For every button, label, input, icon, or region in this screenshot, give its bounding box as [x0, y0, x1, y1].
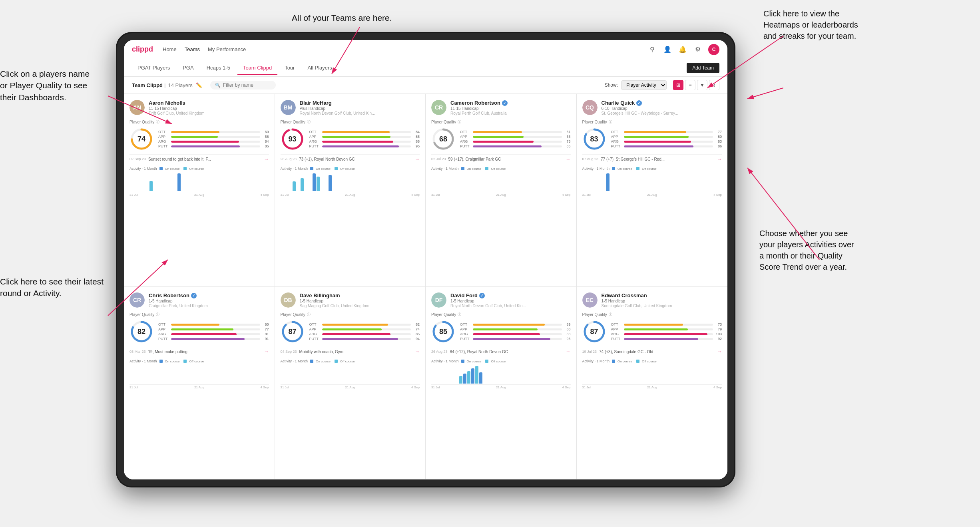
- latest-activity-row[interactable]: 26 Aug 23 84 (+12), Royal North Devon GC…: [431, 347, 571, 356]
- quality-circle[interactable]: 87: [582, 320, 606, 344]
- grid-view-icon[interactable]: ⊞: [673, 80, 683, 90]
- player-name[interactable]: Chris Robertson ✓: [149, 292, 269, 298]
- stat-value: 92: [715, 337, 722, 341]
- show-select[interactable]: Player Activity: [621, 80, 667, 90]
- stat-row: PUTT 92: [611, 337, 722, 341]
- quality-circle[interactable]: 87: [281, 320, 305, 344]
- player-name[interactable]: Edward Crossman: [602, 292, 722, 298]
- tab-tour[interactable]: Tour: [279, 62, 300, 75]
- quality-circle[interactable]: 68: [431, 127, 455, 151]
- chart-bar: [313, 173, 316, 191]
- player-card[interactable]: EC Edward Crossman 1-5 Handicap Sunningd…: [577, 287, 728, 479]
- player-handicap: 1-5 Handicap: [300, 299, 420, 303]
- quality-section[interactable]: 93 OTT 84 APP 85 ARG 88 PUTT 95: [281, 127, 420, 151]
- latest-activity-row[interactable]: 19 Jul 23 74 (+3), Sunningdale GC - Old …: [582, 347, 722, 356]
- latest-activity-row[interactable]: 03 Mar 23 19, Must make putting →: [129, 347, 269, 356]
- activity-arrow[interactable]: →: [415, 349, 420, 354]
- quality-circle[interactable]: 85: [431, 320, 455, 344]
- activity-arrow[interactable]: →: [717, 349, 722, 354]
- player-card[interactable]: DF David Ford ✓ 1-5 Handicap Royal North…: [426, 287, 577, 479]
- stat-value: 80: [564, 327, 571, 331]
- quality-section[interactable]: 68 OTT 61 APP 63 ARG 75 PUTT 85: [431, 127, 571, 151]
- nav-teams[interactable]: Teams: [185, 45, 200, 54]
- quality-label: Player Quality ⓘ: [129, 312, 269, 317]
- latest-activity-row[interactable]: 02 Jul 23 59 (+17), Craigmillar Park GC …: [431, 154, 571, 163]
- nav-my-performance[interactable]: My Performance: [208, 45, 246, 54]
- chart-label-mid: 21 Aug: [194, 386, 204, 389]
- stat-track: [171, 338, 260, 340]
- player-name[interactable]: Aaron Nicholls: [149, 100, 269, 106]
- quality-section[interactable]: 87 OTT 82 APP 74 ARG 85 PUTT 94: [281, 320, 420, 344]
- player-card[interactable]: CQ Charlie Quick ✓ 6-10 Handicap St. Geo…: [577, 94, 728, 287]
- latest-activity-row[interactable]: 04 Sep 23 Mobility with coach, Gym →: [281, 347, 420, 356]
- stat-row: APP 63: [460, 135, 571, 139]
- player-name[interactable]: Dave Billingham: [300, 292, 420, 298]
- add-team-button[interactable]: Add Team: [687, 63, 719, 73]
- quality-bars: OTT 73 APP 79 ARG 103 PUTT 92: [611, 322, 722, 341]
- quality-circle[interactable]: 83: [582, 127, 606, 151]
- player-club: Sunningdale Golf Club, United Kingdom: [602, 304, 722, 308]
- tab-all-players[interactable]: All Players: [302, 62, 337, 75]
- search-icon[interactable]: ⚲: [647, 45, 657, 54]
- quality-section[interactable]: 85 OTT 89 APP 80 ARG 83 PUTT 96: [431, 320, 571, 344]
- quality-section[interactable]: 82 OTT 60 APP 77 ARG 81 PUTT 91: [129, 320, 269, 344]
- stat-label: OTT: [460, 322, 471, 326]
- team-search-box[interactable]: 🔍: [210, 81, 276, 89]
- tab-hcaps[interactable]: Hcaps 1-5: [201, 62, 236, 75]
- activity-arrow[interactable]: →: [566, 156, 571, 162]
- player-card[interactable]: AN Aaron Nicholls 11-15 Handicap Drift G…: [124, 94, 275, 287]
- stat-row: PUTT 96: [460, 337, 571, 341]
- latest-activity-row[interactable]: 07 Aug 23 77 (+7), St George's Hill GC -…: [582, 154, 722, 163]
- chart-label-end: 4 Sep: [411, 193, 420, 197]
- settings-icon[interactable]: ⚙: [693, 45, 703, 54]
- quality-section[interactable]: 83 OTT 77 APP 80 ARG 83 PUTT 86: [582, 127, 722, 151]
- activity-arrow[interactable]: →: [264, 156, 269, 162]
- search-input[interactable]: [223, 82, 271, 88]
- person-icon[interactable]: 👤: [663, 45, 672, 54]
- quality-circle[interactable]: 82: [129, 320, 153, 344]
- activity-arrow[interactable]: →: [717, 156, 722, 162]
- player-name[interactable]: David Ford ✓: [450, 292, 571, 298]
- sort-icon[interactable]: ↕: [709, 80, 719, 90]
- latest-activity-row[interactable]: 02 Sep 23 Sunset round to get back into …: [129, 154, 269, 163]
- off-course-legend: [335, 167, 338, 170]
- stat-track: [624, 328, 713, 330]
- quality-bars: OTT 61 APP 63 ARG 75 PUTT 85: [460, 130, 571, 148]
- filter-icon[interactable]: ▼: [697, 80, 707, 90]
- stat-fill: [473, 131, 522, 133]
- tab-pgat-players[interactable]: PGAT Players: [132, 62, 175, 75]
- activity-arrow[interactable]: →: [415, 156, 420, 162]
- quality-section[interactable]: 87 OTT 73 APP 79 ARG 103 PUTT 9: [582, 320, 722, 344]
- activity-arrow[interactable]: →: [566, 349, 571, 354]
- bell-icon[interactable]: 🔔: [678, 45, 687, 54]
- team-edit-icon[interactable]: ✏️: [196, 82, 202, 88]
- quality-section[interactable]: 74 OTT 60 APP 58 ARG 84 PUTT 85: [129, 127, 269, 151]
- player-info: Aaron Nicholls 11-15 Handicap Drift Golf…: [149, 100, 269, 115]
- quality-circle[interactable]: 74: [129, 127, 153, 151]
- nav-home[interactable]: Home: [163, 45, 177, 54]
- stat-value: 85: [412, 332, 420, 336]
- stat-value: 85: [262, 144, 269, 148]
- stat-fill: [171, 324, 219, 326]
- player-name[interactable]: Blair McHarg: [300, 100, 420, 106]
- player-card[interactable]: BM Blair McHarg Plus Handicap Royal Nort…: [275, 94, 426, 287]
- stat-fill: [624, 145, 694, 147]
- player-name[interactable]: Cameron Robertson ✓: [450, 100, 571, 106]
- tab-team-clippd[interactable]: Team Clippd: [237, 62, 277, 75]
- player-name[interactable]: Charlie Quick ✓: [602, 100, 722, 106]
- activity-chart: [582, 365, 722, 385]
- quality-circle[interactable]: 93: [281, 127, 305, 151]
- tab-pga[interactable]: PGA: [177, 62, 199, 75]
- activity-arrow[interactable]: →: [264, 349, 269, 354]
- stat-track: [171, 145, 260, 147]
- player-header: CR Cameron Robertson ✓ 11-15 Handicap Ro…: [431, 100, 571, 115]
- user-avatar[interactable]: C: [708, 44, 719, 55]
- player-card[interactable]: DB Dave Billingham 1-5 Handicap Sag Magi…: [275, 287, 426, 479]
- list-view-icon[interactable]: ≡: [685, 80, 695, 90]
- player-card[interactable]: CR Cameron Robertson ✓ 11-15 Handicap Ro…: [426, 94, 577, 287]
- quality-bars: OTT 60 APP 58 ARG 84 PUTT 85: [158, 130, 269, 148]
- player-card[interactable]: CR Chris Robertson ✓ 1-5 Handicap Craigm…: [124, 287, 275, 479]
- latest-activity-row[interactable]: 26 Aug 23 73 (+1), Royal North Devon GC …: [281, 154, 420, 163]
- player-header: DF David Ford ✓ 1-5 Handicap Royal North…: [431, 292, 571, 308]
- chart-bar: [463, 374, 466, 384]
